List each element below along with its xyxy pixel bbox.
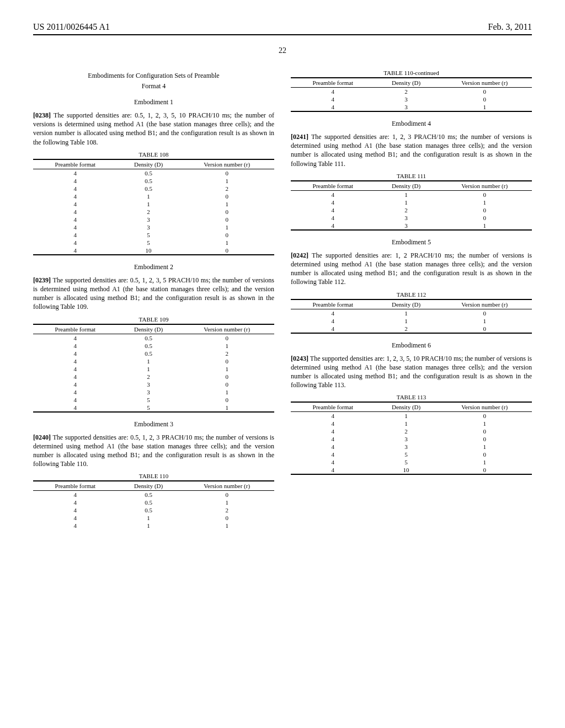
section-title-line1: Embodiments for Configuration Sets of Pr… [33,72,274,80]
table-cell: 5 [118,231,180,239]
table-cell: 0 [437,412,532,420]
table-cell: 3 [375,443,438,451]
table-cell: 4 [33,381,118,388]
table-cell: 2 [179,185,274,192]
table-cell: 4 [291,317,375,325]
table-cell: 0 [179,192,274,200]
para-text: The supported densities are: 1, 2, 3 PRA… [291,133,532,168]
table-cell: 2 [179,350,274,357]
table-cell: 1 [375,309,438,317]
table-cell: 4 [291,451,375,458]
table-cell: 0 [437,214,532,222]
col-header: Density (D) [118,324,180,334]
table-cell: 0.5 [118,491,180,499]
publication-date: Feb. 3, 2011 [488,22,532,32]
table-cell: 1 [375,317,438,325]
table-cell: 0.5 [118,506,180,514]
section-title-line2: Format 4 [33,82,274,90]
para-text: The supported densities are: 0.5, 1, 2, … [33,111,274,146]
table-cell: 4 [33,357,118,365]
para-text: The supported densities are: 0.5, 1, 2, … [33,433,274,468]
table-cell: 1 [179,239,274,247]
table-cell: 4 [291,214,375,222]
table-cell: 1 [375,199,438,206]
table-cell: 1 [437,103,532,111]
paragraph-0239: [0239] The supported densities are: 0.5,… [33,276,274,312]
page-header: US 2011/0026445 A1 Feb. 3, 2011 [33,22,532,32]
table-cell: 4 [291,88,375,96]
table-cell: 4 [291,190,375,199]
table-cell: 4 [291,199,375,206]
table-cell: 0.5 [118,185,180,192]
table-cell: 0.5 [118,177,180,185]
embodiment-2-title: Embodiment 2 [33,263,274,271]
table-cell: 2 [118,373,180,381]
embodiment-4-title: Embodiment 4 [291,120,532,128]
table-cell: 4 [291,435,375,443]
table-cell: 2 [375,325,438,333]
para-num: [0238] [33,111,51,119]
table-110-caption: TABLE 110 [33,473,274,479]
col-header: Density (D) [118,481,180,491]
col-header: Version number (r) [179,324,274,334]
col-header: Density (D) [375,299,438,309]
header-rule [33,34,532,35]
table-cell: 4 [33,396,118,404]
table-cell: 4 [33,247,118,255]
table-113-caption: TABLE 113 [291,394,532,400]
col-header: Preamble format [291,299,375,309]
table-cell: 1 [375,420,438,427]
table-cell: 0 [437,88,532,96]
col-header: Preamble format [291,78,375,88]
table-cell: 4 [33,208,118,216]
table-cell: 0.5 [118,334,180,342]
table-110-continued-caption: TABLE 110-continued [291,69,532,76]
table-cell: 4 [291,458,375,466]
table-cell: 1 [437,443,532,451]
table-cell: 4 [291,443,375,451]
table-cell: 0 [179,381,274,388]
table-cell: 4 [291,103,375,111]
table-cell: 1 [118,522,180,529]
table-cell: 0 [179,169,274,177]
table-cell: 1 [179,388,274,396]
table-cell: 4 [33,404,118,412]
embodiment-1-title: Embodiment 1 [33,98,274,106]
table-110: Preamble format Density (D) Version numb… [33,480,274,529]
publication-number: US 2011/0026445 A1 [33,22,110,32]
table-cell: 1 [437,420,532,427]
table-111: Preamble format Density (D) Version numb… [291,180,532,231]
col-header: Density (D) [375,78,438,88]
table-cell: 4 [291,95,375,103]
table-cell: 4 [33,192,118,200]
table-cell: 0 [179,491,274,499]
table-cell: 3 [375,95,438,103]
table-cell: 0 [179,208,274,216]
para-text: The supported densities are: 1, 2 PRACH/… [291,251,532,286]
table-109: Preamble format Density (D) Version numb… [33,324,274,413]
paragraph-0240: [0240] The supported densities are: 0.5,… [33,433,274,469]
table-cell: 10 [118,247,180,255]
table-cell: 0 [179,514,274,522]
table-111-caption: TABLE 111 [291,173,532,179]
table-cell: 0 [437,190,532,199]
table-cell: 5 [375,458,438,466]
table-cell: 4 [291,420,375,427]
table-cell: 4 [33,350,118,357]
table-cell: 0 [179,357,274,365]
table-cell: 1 [179,365,274,373]
table-cell: 0 [179,334,274,342]
para-text: The supported densities are: 0.5, 1, 2, … [33,276,274,311]
table-cell: 1 [179,522,274,529]
table-cell: 2 [375,88,438,96]
table-109-caption: TABLE 109 [33,316,274,323]
table-cell: 1 [179,200,274,208]
table-cell: 0 [179,247,274,255]
table-cell: 1 [179,404,274,412]
table-cell: 1 [375,412,438,420]
table-cell: 1 [179,177,274,185]
table-cell: 1 [118,514,180,522]
table-cell: 3 [375,435,438,443]
table-cell: 2 [375,427,438,435]
table-cell: 0 [437,427,532,435]
